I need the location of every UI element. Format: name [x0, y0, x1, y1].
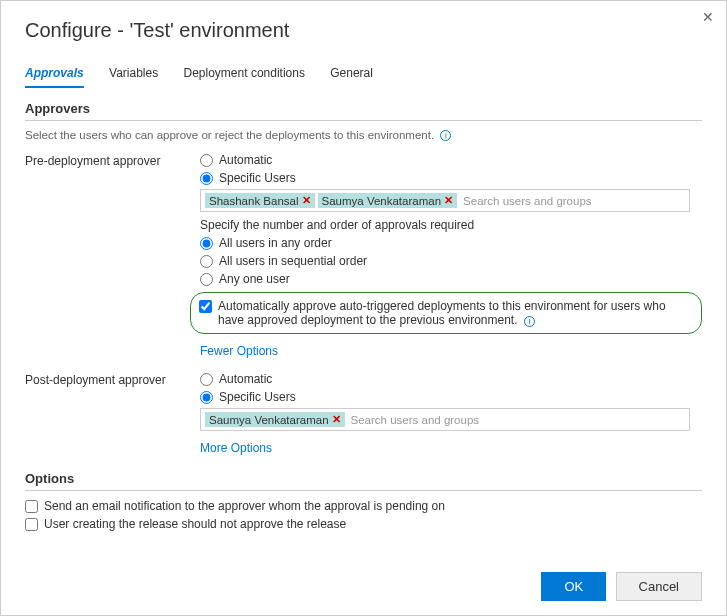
- post-user-chip-0-name: Saumya Venkataraman: [209, 414, 329, 426]
- post-deployment-label: Post-deployment approver: [25, 372, 200, 465]
- option-creator-no-approve-input[interactable]: [25, 518, 38, 531]
- fewer-options-link[interactable]: Fewer Options: [200, 344, 278, 358]
- pre-radio-specific[interactable]: Specific Users: [200, 171, 702, 185]
- pre-order-sequential-input[interactable]: [200, 255, 213, 268]
- post-user-chip-0[interactable]: Saumya Venkataraman ✕: [205, 412, 345, 427]
- approvers-hint: Select the users who can approve or reje…: [25, 129, 702, 141]
- pre-order-any-order-label: All users in any order: [219, 236, 332, 250]
- pre-radio-automatic[interactable]: Automatic: [200, 153, 702, 167]
- pre-radio-automatic-input[interactable]: [200, 154, 213, 167]
- post-radio-automatic[interactable]: Automatic: [200, 372, 702, 386]
- auto-approve-label: Automatically approve auto-triggered dep…: [218, 299, 666, 327]
- tab-general[interactable]: General: [330, 60, 373, 86]
- option-email-notification[interactable]: Send an email notification to the approv…: [25, 499, 702, 513]
- pre-users-input[interactable]: Shashank Bansal ✕ Saumya Venkataraman ✕ …: [200, 189, 690, 212]
- option-creator-no-approve-label: User creating the release should not app…: [44, 517, 346, 531]
- pre-user-chip-1-name: Saumya Venkataraman: [322, 195, 442, 207]
- pre-order-sequential-label: All users in sequential order: [219, 254, 367, 268]
- option-email-notification-input[interactable]: [25, 500, 38, 513]
- info-icon[interactable]: i: [524, 316, 535, 327]
- more-options-link[interactable]: More Options: [200, 441, 272, 455]
- pre-radio-specific-input[interactable]: [200, 172, 213, 185]
- pre-deployment-label: Pre-deployment approver: [25, 153, 200, 368]
- dialog-footer: OK Cancel: [535, 572, 702, 601]
- post-radio-specific-label: Specific Users: [219, 390, 296, 404]
- info-icon[interactable]: i: [440, 130, 451, 141]
- pre-radio-specific-label: Specific Users: [219, 171, 296, 185]
- pre-order-any-one-label: Any one user: [219, 272, 290, 286]
- post-radio-automatic-label: Automatic: [219, 372, 272, 386]
- tab-approvals[interactable]: Approvals: [25, 60, 84, 88]
- post-radio-automatic-input[interactable]: [200, 373, 213, 386]
- post-users-placeholder: Search users and groups: [351, 414, 480, 426]
- close-icon[interactable]: ✕: [702, 9, 714, 25]
- remove-icon[interactable]: ✕: [444, 194, 453, 207]
- pre-radio-automatic-label: Automatic: [219, 153, 272, 167]
- auto-approve-check-input[interactable]: [199, 300, 212, 313]
- approvers-hint-text: Select the users who can approve or reje…: [25, 129, 434, 141]
- pre-user-chip-0[interactable]: Shashank Bansal ✕: [205, 193, 315, 208]
- option-email-notification-label: Send an email notification to the approv…: [44, 499, 445, 513]
- pre-order-any-one[interactable]: Any one user: [200, 272, 702, 286]
- tab-bar: Approvals Variables Deployment condition…: [25, 60, 702, 89]
- auto-approve-highlight: Automatically approve auto-triggered dep…: [190, 292, 702, 334]
- tab-variables[interactable]: Variables: [109, 60, 158, 86]
- pre-order-sequential[interactable]: All users in sequential order: [200, 254, 702, 268]
- pre-order-any-one-input[interactable]: [200, 273, 213, 286]
- pre-user-chip-0-name: Shashank Bansal: [209, 195, 299, 207]
- approvers-heading: Approvers: [25, 101, 702, 121]
- pre-order-any-order[interactable]: All users in any order: [200, 236, 702, 250]
- cancel-button[interactable]: Cancel: [616, 572, 702, 601]
- options-heading: Options: [25, 471, 702, 491]
- pre-users-placeholder: Search users and groups: [463, 195, 592, 207]
- pre-order-hint: Specify the number and order of approval…: [200, 218, 702, 232]
- auto-approve-text: Automatically approve auto-triggered dep…: [218, 299, 693, 327]
- pre-order-any-order-input[interactable]: [200, 237, 213, 250]
- option-creator-no-approve[interactable]: User creating the release should not app…: [25, 517, 702, 531]
- remove-icon[interactable]: ✕: [332, 413, 341, 426]
- dialog-title: Configure - 'Test' environment: [25, 19, 702, 42]
- post-radio-specific-input[interactable]: [200, 391, 213, 404]
- pre-user-chip-1[interactable]: Saumya Venkataraman ✕: [318, 193, 458, 208]
- tab-deployment-conditions[interactable]: Deployment conditions: [184, 60, 305, 86]
- post-radio-specific[interactable]: Specific Users: [200, 390, 702, 404]
- ok-button[interactable]: OK: [541, 572, 606, 601]
- post-users-input[interactable]: Saumya Venkataraman ✕ Search users and g…: [200, 408, 690, 431]
- remove-icon[interactable]: ✕: [302, 194, 311, 207]
- auto-approve-check[interactable]: Automatically approve auto-triggered dep…: [199, 299, 693, 327]
